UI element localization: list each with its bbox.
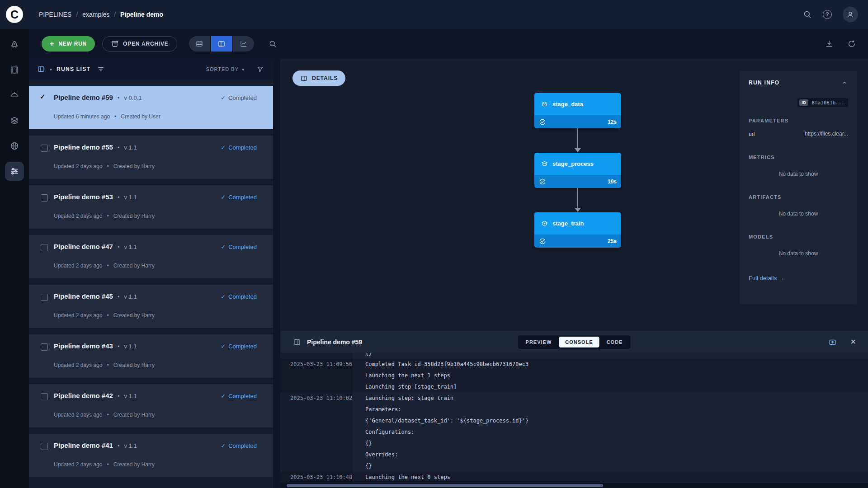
run-list-item[interactable]: ✓ Pipeline demo #53 • v 1.1 ✓ Completed … bbox=[29, 185, 273, 229]
chevron-up-icon[interactable] bbox=[841, 79, 848, 86]
pipeline-node-card[interactable]: stage_train 25s bbox=[534, 212, 621, 248]
run-checkbox[interactable] bbox=[41, 244, 48, 251]
run-checkbox[interactable] bbox=[41, 343, 48, 351]
console-message: Launching step: stage_train bbox=[353, 393, 868, 404]
check-icon: ✓ bbox=[221, 144, 226, 151]
console-row: Launching the next 1 steps bbox=[280, 370, 868, 381]
search-icon[interactable] bbox=[803, 10, 812, 19]
run-meta: Updated 6 minutes ago • Created by User bbox=[54, 113, 257, 120]
detail-tab[interactable]: PREVIEW bbox=[519, 337, 558, 347]
filter-icon[interactable] bbox=[256, 66, 264, 73]
workers-icon[interactable] bbox=[5, 86, 24, 105]
run-title-row: Pipeline demo #45 • v 1.1 ✓ Completed bbox=[54, 292, 257, 300]
sorted-by-dropdown[interactable]: SORTED BY ▾ bbox=[206, 66, 245, 72]
breadcrumb-current: Pipeline demo bbox=[120, 11, 163, 18]
run-checkbox[interactable] bbox=[41, 294, 48, 301]
run-title-row: Pipeline demo #41 • v 1.1 ✓ Completed bbox=[54, 441, 257, 449]
hyper-datasets-icon[interactable] bbox=[5, 136, 24, 155]
expand-panel-icon[interactable] bbox=[828, 338, 837, 346]
run-list-item[interactable]: ✓ Pipeline demo #45 • v 1.1 ✓ Completed … bbox=[29, 285, 273, 328]
detail-tab[interactable]: CONSOLE bbox=[559, 337, 599, 347]
run-created: Created by Harry bbox=[113, 163, 155, 169]
bullet-icon: • bbox=[118, 293, 120, 300]
breadcrumb-examples[interactable]: examples bbox=[82, 11, 109, 18]
split-view-button[interactable] bbox=[211, 36, 232, 52]
help-icon[interactable]: ? bbox=[823, 10, 832, 19]
console-timestamp bbox=[280, 449, 353, 460]
console-timestamp bbox=[280, 381, 353, 393]
run-list-item[interactable]: ✓ Pipeline demo #47 • v 1.1 ✓ Completed … bbox=[29, 235, 273, 278]
download-icon[interactable] bbox=[825, 39, 834, 48]
console-row: {} bbox=[280, 438, 868, 449]
scrollbar-thumb[interactable] bbox=[287, 484, 603, 487]
new-run-button[interactable]: + NEW RUN bbox=[42, 36, 95, 52]
run-title: Pipeline demo #47 bbox=[54, 243, 113, 250]
open-archive-button[interactable]: OPEN ARCHIVE bbox=[102, 36, 177, 52]
console-timestamp bbox=[280, 404, 353, 415]
node-name: stage_process bbox=[552, 160, 594, 167]
run-checkbox[interactable] bbox=[41, 194, 48, 202]
run-list-item[interactable]: ✓ Pipeline demo #42 • v 1.1 ✓ Completed … bbox=[29, 384, 273, 427]
full-details-link[interactable]: Full details → bbox=[749, 275, 848, 282]
run-status-badge: ✓ Completed bbox=[221, 244, 257, 250]
run-title-row: Pipeline demo #55 • v 1.1 ✓ Completed bbox=[54, 143, 257, 151]
console-timestamp bbox=[280, 438, 353, 449]
node-status-bar: 12s bbox=[534, 115, 621, 128]
table-view-button[interactable] bbox=[189, 36, 210, 52]
plots-view-button[interactable] bbox=[233, 36, 254, 52]
run-created: Created by Harry bbox=[113, 312, 155, 319]
archive-icon bbox=[111, 40, 119, 48]
runs-view-icon[interactable] bbox=[37, 65, 45, 73]
pipeline-node-card[interactable]: stage_data 12s bbox=[534, 93, 621, 128]
console-row: Launching step [stage_train] bbox=[280, 381, 868, 393]
console-row: {'General/dataset_task_id': '${stage_pro… bbox=[280, 415, 868, 427]
node-name: stage_data bbox=[552, 101, 583, 108]
runs-list-header: ▾ RUNS LIST SORTED BY ▾ bbox=[29, 59, 273, 80]
console-timestamp: 2025-03-23 11:09:56 bbox=[280, 359, 353, 370]
run-id-row: ID 8fa1081b... bbox=[749, 98, 848, 107]
user-avatar[interactable] bbox=[843, 7, 858, 22]
chevron-down-icon[interactable]: ▾ bbox=[50, 67, 52, 72]
node-title-bar: stage_process bbox=[534, 153, 621, 175]
run-title: Pipeline demo #59 bbox=[54, 94, 113, 101]
details-label: DETAILS bbox=[312, 75, 338, 81]
datasets-icon[interactable] bbox=[5, 61, 24, 80]
layers-icon[interactable] bbox=[5, 111, 24, 130]
close-icon[interactable]: ✕ bbox=[850, 338, 856, 346]
run-list-item[interactable]: ✓ Pipeline demo #41 • v 1.1 ✓ Completed … bbox=[29, 434, 273, 477]
pipeline-toolbar: + NEW RUN OPEN ARCHIVE bbox=[29, 29, 868, 59]
check-icon: ✓ bbox=[40, 93, 46, 101]
projects-icon[interactable] bbox=[5, 35, 24, 54]
clearml-logo-icon[interactable]: C bbox=[6, 6, 23, 23]
run-meta: Updated 2 days ago • Created by Harry bbox=[54, 263, 257, 269]
horizontal-scrollbar bbox=[280, 483, 868, 488]
console-message: Completed Task id=358d23f9b10a445c98becb… bbox=[353, 359, 868, 370]
run-title-row: Pipeline demo #43 • v 1.1 ✓ Completed bbox=[54, 342, 257, 350]
auto-refresh-icon[interactable] bbox=[847, 39, 856, 48]
runs-search-icon[interactable] bbox=[269, 40, 277, 48]
pipelines-icon[interactable] bbox=[5, 162, 24, 181]
run-meta: Updated 2 days ago • Created by Harry bbox=[54, 213, 257, 219]
breadcrumb-pipelines[interactable]: PIPELINES bbox=[39, 11, 71, 18]
parameter-value[interactable]: https://files.clear... bbox=[805, 131, 848, 137]
node-runtime: 19s bbox=[608, 178, 617, 185]
run-list-item[interactable]: ✓ Pipeline demo #59 • v 0.0.1 ✓ Complete… bbox=[29, 86, 273, 129]
run-version: • v 1.1 bbox=[118, 244, 137, 250]
pipeline-node-card[interactable]: stage_process 19s bbox=[534, 153, 621, 188]
console-row: Configurations: bbox=[280, 427, 868, 438]
panel-icon bbox=[293, 338, 301, 346]
run-checkbox[interactable] bbox=[41, 145, 48, 152]
run-list-item[interactable]: ✓ Pipeline demo #55 • v 1.1 ✓ Completed … bbox=[29, 136, 273, 179]
run-list-item[interactable]: ✓ Pipeline demo #43 • v 1.1 ✓ Completed … bbox=[29, 334, 273, 378]
run-checkbox[interactable] bbox=[41, 443, 48, 450]
details-button[interactable]: DETAILS bbox=[292, 70, 345, 86]
breadcrumb: PIPELINES / examples / Pipeline demo bbox=[39, 11, 163, 18]
run-id-pill[interactable]: ID 8fa1081b... bbox=[797, 98, 848, 107]
run-meta: Updated 2 days ago • Created by Harry bbox=[54, 163, 257, 169]
run-updated: Updated 2 days ago bbox=[54, 412, 102, 418]
details-panel-icon bbox=[300, 75, 308, 82]
run-checkbox[interactable] bbox=[41, 393, 48, 400]
detail-tab[interactable]: CODE bbox=[600, 337, 629, 347]
sort-icon[interactable] bbox=[97, 65, 105, 73]
plus-icon: + bbox=[50, 40, 54, 47]
